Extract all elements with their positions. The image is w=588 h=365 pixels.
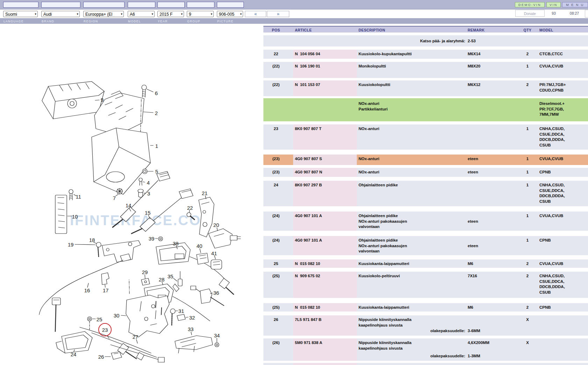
language-select-value: Suomi: [5, 12, 17, 17]
part-label-23-highlighted: 23: [98, 323, 112, 336]
subnote-value: 1-3MM: [468, 353, 480, 359]
qty-cell: 1: [519, 64, 536, 69]
brand-column-label: BRAND: [42, 20, 54, 23]
article-number[interactable]: N 101 153 07: [295, 82, 320, 88]
table-row[interactable]: (22)N 106 190 01MonikolopulttiM8X201CVUA…: [263, 62, 588, 78]
table-row[interactable]: (23)4G0 907 807 NNOx-anturieteen1CPNB: [263, 168, 588, 177]
year-select[interactable]: 2015 F▾: [157, 11, 184, 17]
chevron-down-icon: ▾: [35, 12, 36, 16]
column-header-article: ARTICLE: [295, 28, 312, 32]
qty-cell: 1: [519, 182, 536, 188]
article-number[interactable]: N 015 082 10: [295, 261, 320, 267]
article-number[interactable]: 4G0 907 807 S: [295, 156, 322, 162]
language-filter-input[interactable]: [3, 2, 38, 8]
qty-cell: 2: [519, 51, 536, 57]
demo-vin-button[interactable]: DEMO-VIN: [515, 2, 545, 7]
part-label-5: 5: [155, 169, 158, 174]
table-row[interactable]: 238K0 907 807 TNOx-anturi1CNHA,CSUD,CSUE…: [263, 124, 588, 150]
region-select-value: Eurooppa+ (El: [85, 12, 112, 17]
table-row[interactable]: (25)N 015 082 10Kuusiokanta-laippamutter…: [263, 303, 588, 312]
region-select[interactable]: Eurooppa+ (El▾: [83, 11, 124, 17]
parts-diagram: [0, 0, 263, 365]
edge-partial-button[interactable]: [585, 10, 588, 17]
part-label-7: 7: [113, 195, 116, 201]
article-number[interactable]: 4G0 907 807 N: [295, 170, 322, 175]
table-row[interactable]: (24)4G0 907 101 AOhjainlaitteen pidikeNO…: [263, 212, 588, 231]
part-label-4: 4: [147, 180, 150, 186]
table-row[interactable]: (24)4G0 907 101 AOhjainlaitteen pidikeNO…: [263, 236, 588, 255]
group-filter-input[interactable]: [187, 2, 214, 8]
article-number[interactable]: 4G0 907 101 A: [295, 213, 322, 219]
pos-cell: (23): [263, 156, 289, 162]
previous-picture-button[interactable]: «: [245, 11, 266, 17]
table-row[interactable]: 248K0 907 297 BOhjainlaitteen pidike1CNH…: [263, 181, 588, 206]
table-row[interactable]: 267L5 971 847 BNippuside kiinnityskannal…: [263, 315, 588, 336]
table-banner-row[interactable]: NOx-anturiPartikkelianturiDieselmoot.+PR…: [263, 98, 588, 121]
article-number[interactable]: N 106 190 01: [295, 64, 320, 69]
article-number[interactable]: 4G0 907 101 A: [295, 238, 322, 243]
table-row[interactable]: (22)N 101 153 07KuusiokolopulttiM6X122PR…: [263, 80, 588, 96]
qty-cell: 1: [519, 126, 536, 132]
table-row[interactable]: (25)N 909 675 02Kuusiokolo-peltiruuvi7X1…: [263, 272, 588, 298]
model-cell: CNHA,CSUD,CSUE,DDCA,DDCB,DDDA,CSUB: [539, 126, 588, 148]
brand-filter-input[interactable]: [41, 2, 80, 8]
table-row[interactable]: (23)4G0 907 807 SNOx-anturieteen1CVUA,CV…: [263, 155, 588, 165]
model-select[interactable]: A6▾: [128, 11, 155, 17]
donate-button[interactable]: Donate: [515, 10, 545, 17]
brand-select[interactable]: Audi▾: [41, 11, 80, 17]
region-filter-input[interactable]: [83, 2, 125, 8]
part-label-41: 41: [211, 250, 217, 256]
note-label: Katso pää- ja alaryhmä:: [359, 38, 465, 44]
model-cell: CPNB: [539, 238, 588, 243]
part-label-38: 38: [173, 241, 179, 246]
chevron-down-icon: ▾: [77, 12, 78, 16]
description-cell: NOx-anturi: [359, 126, 465, 132]
article-number[interactable]: 5M0 971 838 A: [295, 340, 322, 346]
parts-table: POS ARTICLE DESCRIPTION REMARK QTY MODEL…: [263, 0, 588, 365]
article-number[interactable]: 8K0 907 807 T: [295, 126, 321, 132]
picture-filter-input[interactable]: [217, 2, 244, 8]
pos-cell: (26): [263, 340, 289, 346]
pos-cell: (22): [263, 64, 289, 69]
part-label-27: 27: [133, 334, 139, 340]
remark-cell: M6: [468, 305, 520, 310]
article-number[interactable]: N 104 056 04: [295, 51, 320, 57]
next-picture-button[interactable]: »: [267, 11, 289, 17]
table-row[interactable]: 22N 104 056 04Kuusiokolo-kupukantapultti…: [263, 50, 588, 59]
article-number[interactable]: 8K0 907 297 B: [295, 182, 322, 188]
model-filter-input[interactable]: [128, 2, 155, 8]
year-filter-input[interactable]: [157, 2, 185, 8]
pos-cell: 24: [263, 182, 289, 188]
pos-cell: 22: [263, 51, 289, 57]
article-number[interactable]: N 909 675 02: [295, 273, 320, 279]
remark-cell: 4,6X200MM: [468, 340, 520, 346]
part-label-16: 16: [84, 287, 90, 293]
group-select[interactable]: 9▾: [187, 11, 214, 17]
article-number[interactable]: N 015 082 10: [295, 305, 320, 310]
table-row[interactable]: 25N 015 082 10Kuusiokanta-laippamutteriM…: [263, 259, 588, 268]
menu-button[interactable]: M E N U: [562, 2, 588, 7]
subnote-label: olakepaksuudelle:: [359, 328, 465, 334]
remark-cell: 7X16: [468, 273, 520, 279]
description-cell: Nippuside kiinnityskannallakaapelinohjau…: [359, 317, 465, 328]
picture-select[interactable]: 906-005▾: [217, 11, 243, 17]
model-cell: CVUA,CVUB: [539, 64, 588, 69]
model-cell: CNHA,CSUD,CSUE,DDCA,DDCB,DDDA,CSUB: [539, 182, 588, 204]
vin-button[interactable]: VIN: [546, 2, 561, 7]
description-cell: Monikolopultti: [359, 64, 465, 69]
pos-cell: (23): [263, 170, 289, 175]
description-cell: Nippuside kiinnityskannallakaapelinohjau…: [359, 340, 465, 351]
group-select-value: 9: [189, 12, 191, 17]
part-label-39: 39: [149, 236, 155, 242]
article-number[interactable]: 7L5 971 847 B: [295, 317, 321, 323]
model-cell: PR:7MJ,7GB+CDUD,CPNB: [539, 82, 588, 93]
group-column-label: GROUP: [187, 20, 200, 23]
qty-cell: 1: [519, 170, 536, 175]
language-select[interactable]: Suomi▾: [3, 11, 38, 17]
article-column-tint: [293, 363, 357, 365]
table-row[interactable]: (26)5M0 971 838 ANippuside kiinnityskann…: [263, 338, 588, 361]
chevron-down-icon: ▾: [151, 12, 153, 16]
remark-cell: eteen: [468, 219, 520, 224]
chevron-down-icon: ▾: [211, 12, 212, 16]
table-row-partial: [263, 363, 588, 365]
